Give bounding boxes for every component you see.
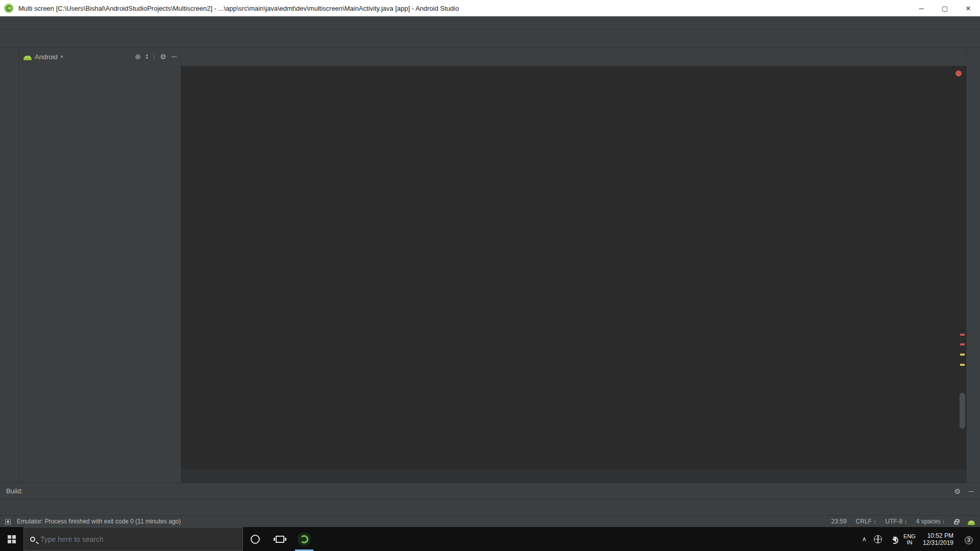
scrollbar-warning-mark [960,364,965,366]
maximize-button[interactable]: ▢ [933,0,957,16]
windows-taskbar: ∧ ENGIN 10:52 PM12/31/2019 3 [0,527,980,551]
scrollbar-error-mark [960,343,965,345]
start-button[interactable] [0,527,23,551]
hidden-icons-chevron[interactable]: ∧ [862,535,867,543]
taskbar-search[interactable] [23,527,243,551]
build-panel-header: Build: ⚙ ─ [0,483,980,499]
status-bar: Emulator: Process finished with exit cod… [0,515,980,527]
window-title: Multi screen [C:\Users\Bishal\AndroidStu… [18,5,459,12]
lock-icon[interactable] [954,521,959,524]
locate-file-icon[interactable]: ⊕ [135,53,141,61]
project-tool-window: Android ▾ ⊕ ▴▾ | ⚙ ─ [19,48,181,483]
chevron-down-icon: ▾ [61,54,63,59]
gradle-daemon-icon [968,520,975,525]
status-message: Emulator: Process finished with exit cod… [17,518,181,525]
android-studio-window: Multi screen [C:\Users\Bishal\AndroidStu… [0,0,980,551]
gear-icon[interactable]: ⚙ [160,53,167,61]
indent-selector[interactable]: 4 spaces ↕ [916,518,945,525]
scrollbar-thumb[interactable] [960,393,965,429]
editor-breadcrumb [181,469,966,483]
tool-window-switcher-icon[interactable] [5,519,11,524]
code-editor[interactable] [181,66,966,469]
minimize-panel-icon[interactable]: ─ [969,487,974,495]
android-studio-logo-icon [4,4,13,13]
volume-icon[interactable] [889,536,896,542]
android-studio-taskbar-button[interactable] [292,527,316,551]
clock[interactable]: 10:52 PM12/31/2019 [923,532,953,546]
editor-tabs [181,48,966,66]
search-icon [30,537,35,542]
task-view-button[interactable] [267,527,292,551]
cortana-button[interactable] [243,527,267,551]
network-icon[interactable] [874,535,882,543]
title-bar: Multi screen [C:\Users\Bishal\AndroidStu… [0,0,980,16]
editor-area [181,48,966,483]
collapse-all-icon[interactable]: ▴▾ [146,54,148,60]
android-studio-icon [298,533,311,546]
scrollbar-error-mark [960,334,965,336]
main-toolbar [0,30,980,48]
build-panel-label: Build: [6,487,23,495]
menu-bar [0,16,980,30]
minimize-button[interactable]: ─ [910,0,933,16]
close-button[interactable]: ✕ [957,0,980,16]
language-indicator[interactable]: ENGIN [903,533,916,545]
line-separator-selector[interactable]: CRLF ↕ [856,518,876,525]
action-center-button[interactable]: 3 [961,534,974,545]
tool-window-bar [0,499,980,515]
scrollbar-warning-mark [960,354,965,356]
notification-badge: 3 [965,536,973,544]
android-icon [23,56,32,60]
project-tree [19,65,181,483]
right-tool-stripe [966,48,980,483]
encoding-selector[interactable]: UTF-8 ↕ [885,518,906,525]
search-input[interactable] [40,535,236,543]
error-indicator [955,70,962,77]
project-view-selector[interactable]: Android [35,53,58,61]
cortana-icon [251,535,260,544]
caret-position[interactable]: 23:59 [831,518,847,525]
hide-panel-icon[interactable]: ─ [172,53,177,61]
gear-icon[interactable]: ⚙ [954,487,961,495]
task-view-icon [276,536,284,543]
left-tool-stripe [0,48,19,483]
